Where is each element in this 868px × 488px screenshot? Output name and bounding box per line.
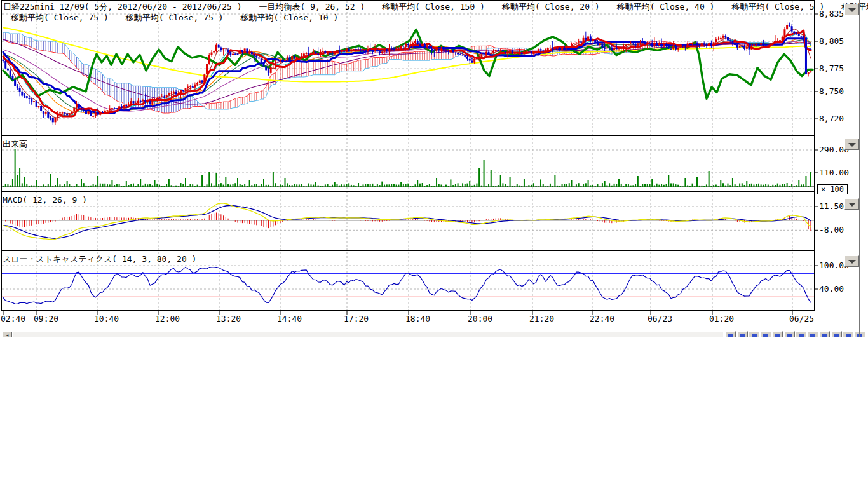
toolbar-button-icon [775, 334, 780, 337]
indicator-legend-row2: 移動平均( Close, 75 )移動平均( Close, 75 )移動平均( … [11, 12, 355, 24]
legend-item: 日経225mini 12/09( 5分, 2012/06/20 - 2012/0… [3, 1, 242, 13]
toolbar-button[interactable] [808, 331, 818, 337]
x-axis-label: 20:00 [468, 314, 492, 323]
toolbar-button-icon [752, 334, 757, 337]
volume-pane-plot [2, 149, 814, 187]
toolbar-button[interactable] [761, 331, 771, 337]
x-axis-label: 09:20 [34, 314, 58, 323]
toolbar-button-icon [810, 334, 815, 337]
volume-pane-title: 出来高 [3, 139, 27, 150]
indicator-legend-row1: 日経225mini 12/09( 5分, 2012/06/20 - 2012/0… [3, 1, 868, 13]
toolbar-button[interactable] [737, 331, 748, 337]
chevron-down-icon [848, 8, 856, 12]
y-axis-label: 11.50 [819, 201, 844, 211]
x-axis-label: 01:20 [709, 314, 734, 323]
chart-application-window: 日経225mini 12/09( 5分, 2012/06/20 - 2012/0… [0, 0, 868, 488]
y-axis-label: 40.00 [819, 284, 844, 294]
toolbar-button-icon [763, 334, 768, 337]
x-axis-label: 22:40 [590, 314, 614, 323]
toolbar-button-icon [728, 334, 733, 337]
toolbar-button[interactable] [796, 331, 806, 337]
x-axis-label: 14:40 [277, 314, 302, 323]
x-axis-label: 06/23 [648, 314, 672, 323]
y-axis-label: 8,750 [819, 86, 844, 96]
pane-dropdown-button[interactable] [844, 139, 859, 150]
x-axis-label: 17:20 [344, 314, 369, 323]
toolbar-button[interactable] [725, 331, 736, 337]
toolbar-button[interactable] [843, 331, 853, 337]
toolbar-button[interactable] [831, 331, 842, 337]
x-axis-label: 06/25 [789, 314, 814, 323]
macd-pane-title: MACD( 12, 26, 9 ) [3, 195, 87, 205]
pane-dropdown-button[interactable] [844, 255, 859, 267]
pane-dropdown-button[interactable] [844, 4, 859, 15]
chevron-down-icon [848, 203, 856, 207]
toolbar-button[interactable] [819, 331, 830, 337]
y-axis-label: 110.00 [819, 168, 849, 177]
chart-window: 日経225mini 12/09( 5分, 2012/06/20 - 2012/0… [0, 0, 868, 337]
x-axis-label: 12:00 [155, 314, 180, 323]
x-axis-label: 21:20 [529, 314, 554, 323]
chevron-down-icon [848, 143, 856, 147]
price-pane-plot [3, 22, 813, 125]
y-axis-label: 8,775 [819, 64, 844, 73]
y-axis-label: -8.00 [819, 225, 844, 234]
toolbar-button-icon [787, 334, 792, 337]
chart-canvas [0, 0, 868, 337]
window-divider [859, 0, 860, 337]
x-axis-label: 13:20 [216, 314, 241, 323]
scrollbar-left-arrow-button[interactable]: ◄ [2, 332, 12, 337]
x-axis-label: 10:40 [94, 314, 119, 323]
chevron-down-icon [848, 260, 856, 264]
toolbar-button[interactable] [772, 331, 783, 337]
legend-item: 移動平均( Close, 40 ) [617, 1, 715, 13]
y-axis-label: 8,805 [819, 36, 844, 46]
toolbar-button-icon [822, 334, 827, 337]
pane-dropdown-button[interactable] [844, 198, 859, 210]
y-axis-label: 8,720 [819, 114, 844, 123]
legend-item: 移動平均( Close, 10 ) [241, 12, 339, 24]
stoch-pane-title: スロー・ストキャスティクス( 14, 3, 80, 20 ) [3, 254, 196, 265]
toolbar-button-icon [799, 334, 804, 337]
toolbar-button[interactable] [749, 331, 759, 337]
horizontal-scrollbar-track[interactable] [13, 332, 723, 337]
legend-item: 移動平均( Close, 75 ) [126, 12, 224, 24]
toolbar-button-icon [834, 334, 839, 337]
legend-item: 移動平均( Close, 75 ) [11, 12, 109, 24]
macd-pane-plot [2, 203, 814, 240]
legend-item: 移動平均( Close, 5 ) [731, 1, 824, 13]
toolbar-button-icon [740, 334, 745, 337]
legend-item: 一目均衡表( 9, 26, 52 ) [259, 1, 365, 13]
toolbar-button[interactable] [784, 331, 795, 337]
y-axis-label: 8,835 [819, 9, 844, 18]
volume-multiplier-badge: × 100 [817, 184, 848, 194]
legend-item: 移動平均( Close, 20 ) [502, 1, 600, 13]
x-axis-label: 02:40 [1, 314, 25, 323]
toolbar-button-icon [846, 334, 851, 337]
x-axis-label: 18:40 [405, 314, 430, 323]
stoch-pane-plot [2, 267, 814, 304]
legend-item: 移動平均( Close, 150 ) [382, 1, 485, 13]
